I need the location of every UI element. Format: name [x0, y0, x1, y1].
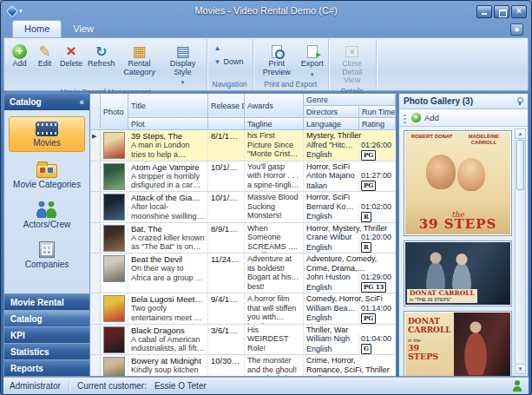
- nav-group-bar[interactable]: Movie Rental: [4, 293, 89, 310]
- scroll-down-icon[interactable]: [516, 364, 525, 373]
- column-header-genre[interactable]: Genre: [304, 94, 396, 106]
- column-header-title[interactable]: Title: [128, 94, 208, 118]
- scroll-up-icon[interactable]: [516, 129, 525, 139]
- maximize-button[interactable]: [494, 5, 509, 18]
- quick-access-toolbar: [8, 7, 23, 16]
- main-area: Catalog Movies Movie Categories Actors/C…: [3, 93, 529, 377]
- nav-group-bar[interactable]: KPI: [4, 326, 89, 343]
- add-photo-button[interactable]: Add: [424, 113, 439, 122]
- category-grid-icon: [133, 43, 147, 60]
- movie-rating-badge: R: [361, 242, 371, 253]
- movie-run-time: 01:14:00: [358, 304, 395, 313]
- print-preview-button[interactable]: Print Preview: [255, 40, 299, 79]
- grid-corner: [90, 94, 101, 130]
- movie-language: English: [304, 345, 358, 354]
- nav-group-bar[interactable]: Statistics: [4, 343, 89, 359]
- display-style-button[interactable]: Display Style: [161, 40, 205, 87]
- window-title: Movies - Video Rental Demo (C#): [3, 5, 529, 16]
- movie-tagline: A horror film that will stiffen you with…: [245, 293, 304, 324]
- refresh-button[interactable]: Refresh: [85, 40, 118, 87]
- movie-language: English: [304, 243, 358, 253]
- delete-icon: [66, 43, 76, 60]
- movie-title: Attack of the Giant Leeches: [131, 193, 205, 202]
- column-header-directors[interactable]: Directors: [304, 106, 359, 118]
- column-header-blank: [208, 118, 245, 130]
- nav-group-bar[interactable]: Catalog: [4, 310, 89, 326]
- movie-directors: William Beaudine: [304, 304, 358, 313]
- column-header-rating[interactable]: Rating: [359, 118, 396, 130]
- movie-language: English: [304, 313, 358, 323]
- title-bar[interactable]: Movies - Video Rental Demo (C#): [3, 1, 529, 19]
- column-header-language[interactable]: Language: [304, 118, 359, 130]
- column-header-plot[interactable]: Plot: [128, 118, 208, 130]
- export-button[interactable]: Export: [299, 40, 326, 79]
- down-button[interactable]: Down: [211, 56, 247, 68]
- arrow-up-icon: [214, 43, 221, 53]
- movie-directors: Anton Majano: [304, 171, 358, 181]
- movie-rating-badge: PG 13: [361, 282, 386, 293]
- movie-genre: Adventure, Comedy, Crime, Drama, Romance: [304, 254, 395, 273]
- qat-dropdown-icon[interactable]: [19, 7, 23, 16]
- scrollbar-thumb[interactable]: [516, 140, 524, 190]
- poster-figure-art: [454, 313, 510, 376]
- close-button[interactable]: [511, 5, 527, 18]
- status-user: Administrator: [10, 381, 61, 391]
- column-header-awards[interactable]: Awards: [245, 94, 304, 118]
- movie-run-time: 01:02:00: [358, 202, 395, 212]
- movie-language: English: [304, 212, 358, 221]
- add-button[interactable]: Add: [7, 40, 32, 87]
- the-39-steps-poster-image: ROBERT DONAT MADELEINE CARROLL the 39 ST…: [405, 132, 510, 234]
- movie-row[interactable]: 39 Steps, The A man in London tries to h…: [90, 130, 396, 161]
- poster-faces-art: [421, 153, 499, 193]
- movie-row[interactable]: Atom Age Vampire A stripper is horribly …: [90, 161, 396, 193]
- gallery-photo[interactable]: DONAT CARROLL in the 39 STEPS: [404, 311, 512, 376]
- movie-thumbnail: [103, 255, 125, 282]
- up-button[interactable]: [211, 43, 247, 54]
- movie-tagline: You'll gasp with Horror . . . a spine-ti…: [245, 161, 304, 192]
- sidebar-item-actors-crew[interactable]: Actors/Crew: [9, 197, 85, 233]
- movies-grid: Photo Title Release Date Awards Genre Di…: [90, 93, 397, 377]
- nav-group-bar[interactable]: Reports: [4, 359, 89, 376]
- movie-plot: A man in London tries to help a countere…: [131, 141, 205, 159]
- movie-row[interactable]: Black Dragons A cabal of American indust…: [90, 325, 396, 356]
- movie-row[interactable]: Attack of the Giant Leeches After local-…: [90, 192, 396, 223]
- movie-row[interactable]: Beat the Devil On their way to Africa ar…: [90, 253, 396, 293]
- close-detail-view-button[interactable]: Close Detail View: [331, 40, 374, 86]
- sidebar-item-movie-categories[interactable]: Movie Categories: [9, 156, 85, 193]
- movie-row[interactable]: Bowery at Midnight Kindly soup kitchen o…: [90, 355, 396, 376]
- movie-thumbnail: [103, 295, 125, 322]
- gallery-photo[interactable]: ROBERT DONAT MADELEINE CARROLL the 39 ST…: [404, 130, 512, 236]
- movie-row[interactable]: Bat, The A crazed killer known as "The B…: [90, 223, 396, 254]
- movie-genre: Horror, SciFi: [304, 162, 395, 172]
- movie-language: English: [304, 283, 358, 293]
- edit-button[interactable]: Edit: [32, 40, 57, 87]
- movie-plot: A crazed killer known as "The Bat" is on…: [131, 234, 205, 252]
- rental-category-button[interactable]: Rental Category: [118, 40, 161, 87]
- gallery-scrollbar[interactable]: [515, 128, 526, 374]
- gallery-photo[interactable]: DONAT CARROLL in "THE 39 STEPS": [404, 240, 512, 306]
- minimize-button[interactable]: [476, 5, 492, 18]
- column-header-tagline[interactable]: Tagline: [245, 118, 304, 130]
- movie-row[interactable]: Bela Lugosi Meets a Brooklyn Gorilla Two…: [90, 293, 396, 325]
- column-header-release-date[interactable]: Release Date: [208, 94, 245, 118]
- app-icon[interactable]: [6, 5, 18, 17]
- pin-icon[interactable]: [516, 97, 523, 105]
- group-caption: Navigation: [209, 79, 251, 90]
- movie-release-date: 8/9/1959: [208, 223, 245, 253]
- sidebar-item-movies[interactable]: Movies: [9, 116, 85, 152]
- movie-thumbnail: [103, 132, 125, 159]
- column-header-photo[interactable]: Photo: [101, 94, 128, 130]
- app-window: Movies - Video Rental Demo (C#) Home Vie…: [0, 0, 532, 395]
- toolbar-grip: [404, 113, 406, 123]
- column-header-run-time[interactable]: Run Time: [359, 106, 396, 118]
- tab-home[interactable]: Home: [12, 20, 62, 37]
- sidebar-item-companies[interactable]: Companies: [9, 237, 85, 273]
- movie-directors: John Huston: [304, 273, 358, 282]
- collapse-pane-icon[interactable]: [79, 98, 84, 107]
- row-indicator: [90, 355, 101, 376]
- delete-button[interactable]: Delete: [57, 40, 85, 87]
- about-button[interactable]: [510, 23, 523, 36]
- movie-tagline: His WEIRDEST Role!: [245, 325, 304, 355]
- tab-view[interactable]: View: [62, 21, 105, 37]
- movie-rating-badge: G: [361, 344, 371, 354]
